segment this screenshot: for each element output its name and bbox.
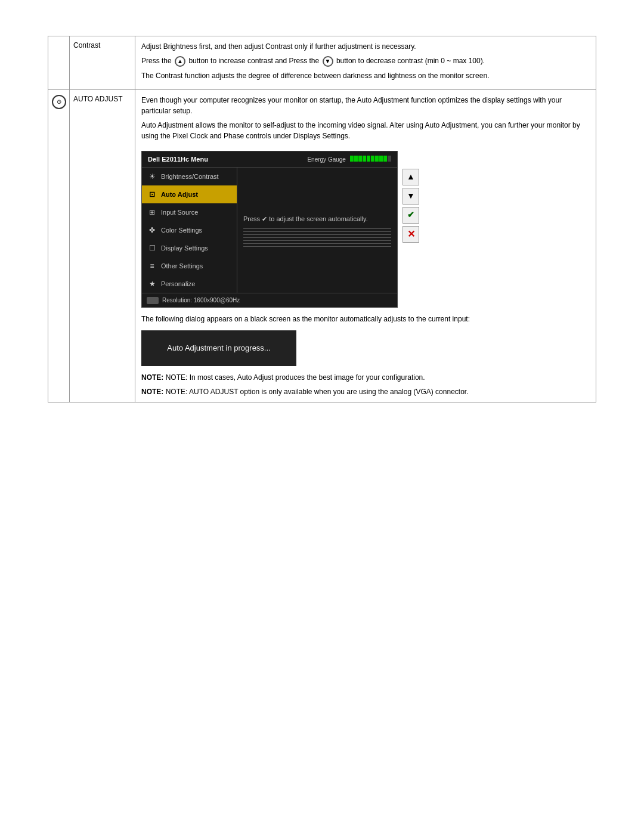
bar5 xyxy=(367,156,370,162)
osd-footer-text: Resolution: 1600x900@60Hz xyxy=(162,296,240,305)
osd-title: Dell E2011Hc Menu xyxy=(148,154,208,165)
footer-icon xyxy=(147,297,159,304)
sep-line-5 xyxy=(243,240,391,241)
note1-bold: NOTE: xyxy=(141,373,166,382)
osd-footer: Resolution: 1600x900@60Hz xyxy=(142,293,397,307)
auto-adjust-menu-icon: ⊡ xyxy=(147,189,157,200)
personalize-label: Personalize xyxy=(161,279,195,289)
bar10 xyxy=(388,156,391,162)
contrast-label: Contrast xyxy=(73,41,100,49)
menu-item-personalize[interactable]: ★ Personalize xyxy=(142,275,237,293)
auto-adjust-para2: Auto Adjustment allows the monitor to se… xyxy=(141,120,590,141)
menu-item-display-settings[interactable]: ☐ Display Settings xyxy=(142,239,237,257)
menu-item-auto-adjust[interactable]: ⊡ Auto Adjust xyxy=(142,185,237,203)
osd-body: ☀ Brightness/Contrast ⊡ Auto Adjust ⊞ In… xyxy=(142,168,397,293)
color-settings-icon: ✤ xyxy=(147,225,157,236)
auto-adjust-icon: ⊙ xyxy=(52,95,66,109)
note2-bold: NOTE: xyxy=(141,388,166,396)
contrast-content-cell: Adjust Brightness first, and then adjust… xyxy=(135,36,596,90)
main-table: Contrast Adjust Brightness first, and th… xyxy=(48,36,596,402)
bar8 xyxy=(379,156,383,162)
auto-adj-dialog: Auto Adjustment in progress... xyxy=(141,330,296,366)
osd-menu: Dell E2011Hc Menu Energy Gauge xyxy=(141,151,398,308)
sep-line-3 xyxy=(243,234,391,235)
auto-adj-dialog-text: Auto Adjustment in progress... xyxy=(167,343,270,352)
sep-line-1 xyxy=(243,228,391,229)
osd-separator-lines xyxy=(243,228,391,247)
bar6 xyxy=(371,156,374,162)
down-button-icon: ▼ xyxy=(323,56,333,67)
nav-down-button[interactable]: ▼ xyxy=(402,188,419,205)
osd-nav-buttons: ▲ ▼ ✔ ✕ xyxy=(402,169,419,243)
note2: NOTE: NOTE: AUTO ADJUST option is only a… xyxy=(141,386,590,397)
osd-content-text: Press ✔ to adjust the screen automatical… xyxy=(243,215,368,222)
osd-container: Dell E2011Hc Menu Energy Gauge xyxy=(141,151,398,308)
osd-content-text-wrap: Press ✔ to adjust the screen automatical… xyxy=(243,214,368,224)
display-settings-label: Display Settings xyxy=(161,243,208,253)
para2-pre: Press the xyxy=(141,57,172,65)
auto-adjust-content-cell: Even though your computer recognizes you… xyxy=(135,89,596,402)
sep-line-6 xyxy=(243,243,391,244)
nav-check-button[interactable]: ✔ xyxy=(402,207,419,224)
bar1 xyxy=(350,156,354,162)
bar9 xyxy=(383,156,387,162)
menu-item-color-settings[interactable]: ✤ Color Settings xyxy=(142,221,237,239)
osd-content-area: Press ✔ to adjust the screen automatical… xyxy=(237,168,397,293)
auto-adjust-row: ⊙ AUTO ADJUST Even though your computer … xyxy=(48,89,596,402)
contrast-label-cell: Contrast xyxy=(70,36,135,90)
other-settings-icon: ≡ xyxy=(147,261,157,271)
up-button-icon: ▲ xyxy=(175,56,185,67)
bar7 xyxy=(375,156,379,162)
contrast-icon-cell xyxy=(48,36,70,90)
input-source-icon: ⊞ xyxy=(147,207,157,218)
input-source-label: Input Source xyxy=(161,208,198,218)
nav-up-button[interactable]: ▲ xyxy=(402,169,419,185)
dialog-intro: The following dialog appears on a black … xyxy=(141,314,590,324)
sep-line-4 xyxy=(243,237,391,238)
auto-adjust-para1: Even though your computer recognizes you… xyxy=(141,95,590,116)
bar2 xyxy=(354,156,358,162)
menu-item-input-source[interactable]: ⊞ Input Source xyxy=(142,203,237,221)
auto-adjust-label-cell: AUTO ADJUST xyxy=(70,89,135,402)
display-settings-icon: ☐ xyxy=(147,243,157,253)
energy-gauge-label: Energy Gauge xyxy=(307,156,346,163)
energy-gauge: Energy Gauge xyxy=(307,154,391,165)
nav-cross-button[interactable]: ✕ xyxy=(402,226,419,243)
sep-line-2 xyxy=(243,231,391,232)
osd-header: Dell E2011Hc Menu Energy Gauge xyxy=(142,151,397,168)
osd-menu-list: ☀ Brightness/Contrast ⊡ Auto Adjust ⊞ In… xyxy=(142,168,237,293)
page-wrapper: Contrast Adjust Brightness first, and th… xyxy=(0,0,644,833)
contrast-para1: Adjust Brightness first, and then adjust… xyxy=(141,41,590,52)
auto-adjust-icon-cell: ⊙ xyxy=(48,89,70,402)
bar3 xyxy=(358,156,362,162)
contrast-para3: The Contrast function adjusts the degree… xyxy=(141,70,590,81)
sep-line-7 xyxy=(243,246,391,247)
brightness-icon: ☀ xyxy=(147,171,157,182)
note1-text: NOTE: In most cases, Auto Adjust produce… xyxy=(166,373,425,382)
energy-bars xyxy=(350,156,391,162)
para2-mid: button to increase contrast and Press th… xyxy=(188,57,319,65)
auto-adjust-menu-label: Auto Adjust xyxy=(161,190,198,200)
color-settings-label: Color Settings xyxy=(161,225,202,236)
bar4 xyxy=(363,156,366,162)
personalize-icon: ★ xyxy=(147,278,157,289)
menu-item-other-settings[interactable]: ≡ Other Settings xyxy=(142,257,237,275)
auto-adjust-label: AUTO ADJUST xyxy=(73,95,122,103)
note2-text: NOTE: AUTO ADJUST option is only availab… xyxy=(166,388,469,396)
para2-post: button to decrease contrast (min 0 ~ max… xyxy=(336,57,485,65)
contrast-row: Contrast Adjust Brightness first, and th… xyxy=(48,36,596,90)
menu-item-brightness[interactable]: ☀ Brightness/Contrast xyxy=(142,168,237,185)
note1: NOTE: NOTE: In most cases, Auto Adjust p… xyxy=(141,372,590,383)
brightness-label: Brightness/Contrast xyxy=(161,172,219,182)
contrast-para2: Press the ▲ button to increase contrast … xyxy=(141,55,590,67)
other-settings-label: Other Settings xyxy=(161,261,203,271)
